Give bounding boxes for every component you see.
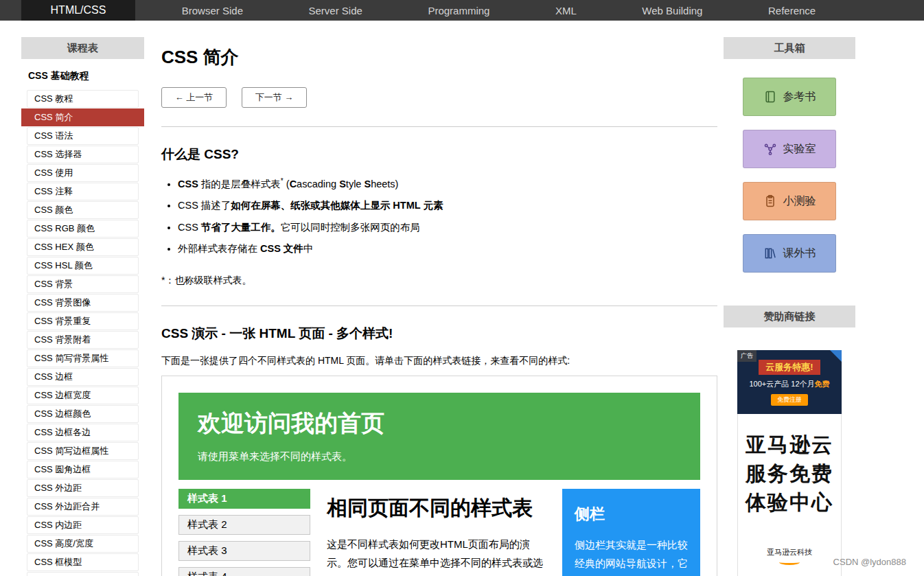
- toolbox-header: 工具箱: [724, 37, 855, 59]
- ad-label: 广告: [737, 350, 756, 362]
- sidebar-item[interactable]: CSS 背景重复: [27, 312, 139, 330]
- nav-item-browser-side[interactable]: Browser Side: [182, 5, 243, 16]
- sidebar-item[interactable]: CSS RGB 颜色: [27, 220, 139, 238]
- nav-items: Browser Side Server Side Programming XML…: [135, 0, 924, 21]
- sidebar-item[interactable]: CSS 背景: [27, 275, 139, 293]
- book-icon: [763, 90, 777, 104]
- ad-promo-line: 100+云产品 12个月免费: [741, 379, 838, 389]
- css-facts-list: CSS 指的是层叠样式表* (Cascading Style Sheets) C…: [178, 176, 717, 257]
- sidebar-item[interactable]: CSS 高度/宽度: [27, 535, 139, 553]
- nav-tab-html-css[interactable]: HTML/CSS: [21, 0, 135, 21]
- sidebar-item[interactable]: CSS 颜色: [27, 201, 139, 219]
- nav-item-programming[interactable]: Programming: [428, 5, 489, 16]
- list-item: CSS 指的是层叠样式表* (Cascading Style Sheets): [178, 176, 717, 192]
- atom-icon: [763, 142, 777, 156]
- sidebar-item[interactable]: CSS 内边距: [27, 516, 139, 534]
- divider: [161, 126, 717, 127]
- right-column: 工具箱 参考书 实验室 小测验 课外书 赞助商: [724, 37, 855, 576]
- watermark: CSDN @lydon888: [833, 557, 906, 567]
- sidebar-item[interactable]: CSS 使用: [27, 164, 139, 182]
- sidebar-item[interactable]: CSS 简写背景属性: [27, 349, 139, 367]
- smile-arc-icon: [779, 560, 800, 565]
- ad-choices-icon[interactable]: [830, 350, 842, 362]
- sidebar-item[interactable]: CSS 边框颜色: [27, 405, 139, 423]
- demo-banner: 欢迎访问我的首页 请使用菜单来选择不同的样式表。: [178, 393, 700, 480]
- demo-style-menu: 样式表 1 样式表 2 样式表 3 样式表 4 无样式表: [178, 489, 310, 576]
- pager: ← 上一节 下一节 →: [161, 87, 717, 108]
- sidebar-item[interactable]: CSS HSL 颜色: [27, 257, 139, 275]
- sidebar-item[interactable]: CSS 圆角边框: [27, 461, 139, 479]
- demo-columns: 样式表 1 样式表 2 样式表 3 样式表 4 无样式表 相同页面不同的样式表 …: [178, 489, 700, 576]
- demo-article-heading: 相同页面不同的样式表: [327, 494, 546, 522]
- sidebar-header: 课程表: [21, 37, 144, 59]
- books-icon: [763, 246, 777, 260]
- sidebar-item[interactable]: CSS HEX 颜色: [27, 238, 139, 256]
- nav-item-reference[interactable]: Reference: [768, 5, 816, 16]
- demo-banner-subtitle: 请使用菜单来选择不同的样式表。: [198, 450, 681, 463]
- nav-item-xml[interactable]: XML: [555, 5, 577, 16]
- sidebar-item[interactable]: CSS 外边距: [27, 479, 139, 497]
- sidebar-item[interactable]: CSS 语法: [27, 127, 139, 145]
- quiz-button[interactable]: 小测验: [743, 182, 836, 220]
- sidebar-list: CSS 教程 CSS 简介 CSS 语法 CSS 选择器 CSS 使用 CSS …: [21, 90, 144, 576]
- sidebar-item[interactable]: CSS 选择器: [27, 146, 139, 163]
- demo-menu-stylesheet4[interactable]: 样式表 4: [178, 567, 310, 576]
- demo-banner-title: 欢迎访问我的首页: [198, 408, 681, 439]
- page-title: CSS 简介: [161, 45, 717, 69]
- list-item: 外部样式表存储在 CSS 文件中: [178, 241, 717, 256]
- prev-section-button[interactable]: ← 上一节: [161, 87, 227, 108]
- demo-article-text: 这是不同样式表如何更改HTML页面布局的演示。您可以通过在菜单中选择不同的样式表…: [327, 535, 546, 576]
- sidebar-item[interactable]: CSS 边框各边: [27, 424, 139, 441]
- page: HTML/CSS Browser Side Server Side Progra…: [0, 0, 924, 576]
- sidebar-item[interactable]: CSS 教程: [27, 90, 139, 108]
- demo-intro-text: 下面是一张提供了四个不同样式表的 HTML 页面。请单击下面的样式表链接，来查看…: [161, 355, 717, 367]
- demo-sidebar: 侧栏 侧边栏其实就是一种比较经典的网站导航设计，它的形式通常为竖向的一列，展示在…: [562, 489, 700, 576]
- divider: [161, 306, 717, 306]
- ad-promo-badge: 云服务特惠!: [759, 360, 820, 375]
- css-demo-heading: CSS 演示 - 一张 HTML 页面 - 多个样式!: [161, 325, 717, 343]
- demo-sidebar-text: 侧边栏其实就是一种比较经典的网站导航设计，它的形式通常为竖向的一列，展示在网站的…: [575, 535, 688, 576]
- demo-menu-stylesheet2[interactable]: 样式表 2: [178, 515, 310, 535]
- lab-button[interactable]: 实验室: [743, 130, 836, 168]
- nav-item-server-side[interactable]: Server Side: [309, 5, 362, 16]
- sponsor-header: 赞助商链接: [724, 306, 855, 327]
- demo-menu-stylesheet3[interactable]: 样式表 3: [178, 541, 310, 561]
- demo-article: 相同页面不同的样式表 这是不同样式表如何更改HTML页面布局的演示。您可以通过在…: [327, 489, 546, 576]
- demo-frame: 欢迎访问我的首页 请使用菜单来选择不同的样式表。 样式表 1 样式表 2 样式表…: [161, 376, 717, 576]
- extra-books-button[interactable]: 课外书: [743, 234, 836, 273]
- ad-headline: 亚马逊云 服务免费 体验中心: [742, 430, 837, 517]
- toolbox-buttons: 参考书 实验室 小测验 课外书: [724, 59, 855, 292]
- sidebar-item[interactable]: CSS 背景附着: [27, 331, 139, 349]
- nav-item-web-building[interactable]: Web Building: [642, 5, 702, 16]
- reference-book-button[interactable]: 参考书: [743, 78, 836, 116]
- quiz-icon: [763, 194, 777, 208]
- top-navigation: HTML/CSS Browser Side Server Side Progra…: [0, 0, 924, 21]
- next-section-button[interactable]: 下一节 →: [242, 87, 307, 108]
- ad-brand-logo: 亚马逊云科技: [742, 547, 837, 565]
- sidebar-item[interactable]: CSS 注释: [27, 183, 139, 200]
- sidebar-item[interactable]: CSS 外边距合并: [27, 498, 139, 516]
- footnote: *：也称级联样式表。: [161, 275, 717, 287]
- sidebar-item[interactable]: CSS 简写边框属性: [27, 442, 139, 460]
- sidebar-item[interactable]: CSS 边框: [27, 368, 139, 386]
- main-content: CSS 简介 ← 上一节 下一节 → 什么是 CSS? CSS 指的是层叠样式表…: [161, 37, 717, 576]
- sidebar-item[interactable]: CSS 轮廓: [27, 572, 139, 576]
- list-item: CSS 描述了如何在屏幕、纸张或其他媒体上显示 HTML 元素: [178, 198, 717, 213]
- sidebar-item[interactable]: CSS 背景图像: [27, 294, 139, 312]
- page-columns: 课程表 CSS 基础教程 CSS 教程 CSS 简介 CSS 语法 CSS 选择…: [0, 21, 924, 576]
- course-sidebar: 课程表 CSS 基础教程 CSS 教程 CSS 简介 CSS 语法 CSS 选择…: [21, 37, 144, 576]
- demo-sidebar-title: 侧栏: [575, 504, 688, 525]
- demo-menu-stylesheet1[interactable]: 样式表 1: [178, 489, 310, 509]
- sidebar-item[interactable]: CSS 边框宽度: [27, 387, 139, 404]
- sidebar-item-active[interactable]: CSS 简介: [21, 108, 144, 126]
- ad-headline-section: 亚马逊云 服务免费 体验中心 亚马逊云科技: [737, 414, 842, 576]
- list-item: CSS 节省了大量工作。它可以同时控制多张网页的布局: [178, 220, 717, 235]
- sidebar-section-title: CSS 基础教程: [21, 59, 144, 89]
- sidebar-item[interactable]: CSS 框模型: [27, 553, 139, 571]
- ad-register-button[interactable]: 免费注册: [771, 394, 808, 406]
- what-is-css-heading: 什么是 CSS?: [161, 146, 717, 163]
- ad-banner[interactable]: 广告 云服务特惠! 100+云产品 12个月免费 免费注册 亚马逊云 服务免费 …: [737, 350, 842, 576]
